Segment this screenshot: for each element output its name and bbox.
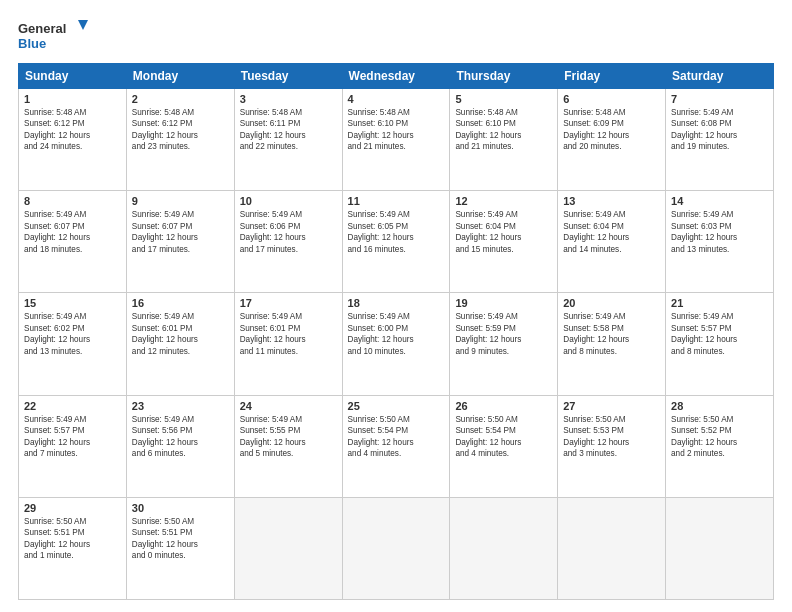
cell-details: Sunrise: 5:49 AM Sunset: 6:06 PM Dayligh… bbox=[240, 209, 337, 255]
week-row-5: 29Sunrise: 5:50 AM Sunset: 5:51 PM Dayli… bbox=[19, 497, 774, 599]
week-row-1: 1Sunrise: 5:48 AM Sunset: 6:12 PM Daylig… bbox=[19, 89, 774, 191]
day-number: 23 bbox=[132, 400, 229, 412]
calendar-cell: 25Sunrise: 5:50 AM Sunset: 5:54 PM Dayli… bbox=[342, 395, 450, 497]
cell-details: Sunrise: 5:49 AM Sunset: 6:01 PM Dayligh… bbox=[240, 311, 337, 357]
day-number: 11 bbox=[348, 195, 445, 207]
calendar-cell: 27Sunrise: 5:50 AM Sunset: 5:53 PM Dayli… bbox=[558, 395, 666, 497]
calendar-table: SundayMondayTuesdayWednesdayThursdayFrid… bbox=[18, 63, 774, 600]
day-number: 29 bbox=[24, 502, 121, 514]
day-number: 14 bbox=[671, 195, 768, 207]
cell-details: Sunrise: 5:48 AM Sunset: 6:12 PM Dayligh… bbox=[132, 107, 229, 153]
cell-details: Sunrise: 5:49 AM Sunset: 5:57 PM Dayligh… bbox=[671, 311, 768, 357]
cell-details: Sunrise: 5:49 AM Sunset: 5:58 PM Dayligh… bbox=[563, 311, 660, 357]
calendar-cell: 6Sunrise: 5:48 AM Sunset: 6:09 PM Daylig… bbox=[558, 89, 666, 191]
day-number: 24 bbox=[240, 400, 337, 412]
cell-details: Sunrise: 5:49 AM Sunset: 6:00 PM Dayligh… bbox=[348, 311, 445, 357]
day-number: 15 bbox=[24, 297, 121, 309]
calendar-cell: 8Sunrise: 5:49 AM Sunset: 6:07 PM Daylig… bbox=[19, 191, 127, 293]
calendar-cell: 12Sunrise: 5:49 AM Sunset: 6:04 PM Dayli… bbox=[450, 191, 558, 293]
cell-details: Sunrise: 5:48 AM Sunset: 6:10 PM Dayligh… bbox=[455, 107, 552, 153]
svg-marker-2 bbox=[78, 20, 88, 30]
cell-details: Sunrise: 5:49 AM Sunset: 5:55 PM Dayligh… bbox=[240, 414, 337, 460]
cell-details: Sunrise: 5:48 AM Sunset: 6:09 PM Dayligh… bbox=[563, 107, 660, 153]
calendar-cell: 18Sunrise: 5:49 AM Sunset: 6:00 PM Dayli… bbox=[342, 293, 450, 395]
cell-details: Sunrise: 5:49 AM Sunset: 6:04 PM Dayligh… bbox=[455, 209, 552, 255]
calendar-cell bbox=[234, 497, 342, 599]
cell-details: Sunrise: 5:50 AM Sunset: 5:54 PM Dayligh… bbox=[455, 414, 552, 460]
day-number: 12 bbox=[455, 195, 552, 207]
day-number: 2 bbox=[132, 93, 229, 105]
cell-details: Sunrise: 5:50 AM Sunset: 5:51 PM Dayligh… bbox=[24, 516, 121, 562]
day-number: 4 bbox=[348, 93, 445, 105]
calendar-cell bbox=[342, 497, 450, 599]
day-number: 8 bbox=[24, 195, 121, 207]
calendar-cell: 13Sunrise: 5:49 AM Sunset: 6:04 PM Dayli… bbox=[558, 191, 666, 293]
day-number: 19 bbox=[455, 297, 552, 309]
cell-details: Sunrise: 5:49 AM Sunset: 6:01 PM Dayligh… bbox=[132, 311, 229, 357]
calendar-cell: 26Sunrise: 5:50 AM Sunset: 5:54 PM Dayli… bbox=[450, 395, 558, 497]
day-number: 27 bbox=[563, 400, 660, 412]
calendar-cell: 28Sunrise: 5:50 AM Sunset: 5:52 PM Dayli… bbox=[666, 395, 774, 497]
day-number: 1 bbox=[24, 93, 121, 105]
calendar-cell: 17Sunrise: 5:49 AM Sunset: 6:01 PM Dayli… bbox=[234, 293, 342, 395]
day-header-saturday: Saturday bbox=[666, 64, 774, 89]
logo: General Blue bbox=[18, 18, 88, 53]
calendar-cell: 5Sunrise: 5:48 AM Sunset: 6:10 PM Daylig… bbox=[450, 89, 558, 191]
calendar-body: 1Sunrise: 5:48 AM Sunset: 6:12 PM Daylig… bbox=[19, 89, 774, 600]
day-number: 10 bbox=[240, 195, 337, 207]
general-blue-logo: General Blue bbox=[18, 18, 88, 53]
day-number: 3 bbox=[240, 93, 337, 105]
day-number: 13 bbox=[563, 195, 660, 207]
day-number: 16 bbox=[132, 297, 229, 309]
day-number: 6 bbox=[563, 93, 660, 105]
calendar-cell: 23Sunrise: 5:49 AM Sunset: 5:56 PM Dayli… bbox=[126, 395, 234, 497]
calendar-cell: 16Sunrise: 5:49 AM Sunset: 6:01 PM Dayli… bbox=[126, 293, 234, 395]
cell-details: Sunrise: 5:49 AM Sunset: 6:08 PM Dayligh… bbox=[671, 107, 768, 153]
header: General Blue bbox=[18, 18, 774, 53]
cell-details: Sunrise: 5:49 AM Sunset: 6:04 PM Dayligh… bbox=[563, 209, 660, 255]
day-number: 20 bbox=[563, 297, 660, 309]
svg-text:Blue: Blue bbox=[18, 36, 46, 51]
cell-details: Sunrise: 5:50 AM Sunset: 5:53 PM Dayligh… bbox=[563, 414, 660, 460]
day-number: 22 bbox=[24, 400, 121, 412]
page: General Blue SundayMondayTuesdayWednesda… bbox=[0, 0, 792, 612]
day-number: 21 bbox=[671, 297, 768, 309]
day-number: 30 bbox=[132, 502, 229, 514]
day-number: 18 bbox=[348, 297, 445, 309]
cell-details: Sunrise: 5:48 AM Sunset: 6:11 PM Dayligh… bbox=[240, 107, 337, 153]
day-header-friday: Friday bbox=[558, 64, 666, 89]
day-number: 9 bbox=[132, 195, 229, 207]
calendar-cell: 21Sunrise: 5:49 AM Sunset: 5:57 PM Dayli… bbox=[666, 293, 774, 395]
day-header-tuesday: Tuesday bbox=[234, 64, 342, 89]
calendar-cell: 3Sunrise: 5:48 AM Sunset: 6:11 PM Daylig… bbox=[234, 89, 342, 191]
calendar-cell: 24Sunrise: 5:49 AM Sunset: 5:55 PM Dayli… bbox=[234, 395, 342, 497]
calendar-cell: 1Sunrise: 5:48 AM Sunset: 6:12 PM Daylig… bbox=[19, 89, 127, 191]
svg-text:General: General bbox=[18, 21, 66, 36]
day-header-monday: Monday bbox=[126, 64, 234, 89]
day-header-thursday: Thursday bbox=[450, 64, 558, 89]
day-number: 25 bbox=[348, 400, 445, 412]
cell-details: Sunrise: 5:49 AM Sunset: 5:56 PM Dayligh… bbox=[132, 414, 229, 460]
day-header-wednesday: Wednesday bbox=[342, 64, 450, 89]
calendar-cell: 20Sunrise: 5:49 AM Sunset: 5:58 PM Dayli… bbox=[558, 293, 666, 395]
cell-details: Sunrise: 5:49 AM Sunset: 6:07 PM Dayligh… bbox=[132, 209, 229, 255]
calendar-cell: 29Sunrise: 5:50 AM Sunset: 5:51 PM Dayli… bbox=[19, 497, 127, 599]
day-number: 5 bbox=[455, 93, 552, 105]
calendar-cell: 2Sunrise: 5:48 AM Sunset: 6:12 PM Daylig… bbox=[126, 89, 234, 191]
day-number: 28 bbox=[671, 400, 768, 412]
calendar-cell: 7Sunrise: 5:49 AM Sunset: 6:08 PM Daylig… bbox=[666, 89, 774, 191]
calendar-cell: 10Sunrise: 5:49 AM Sunset: 6:06 PM Dayli… bbox=[234, 191, 342, 293]
cell-details: Sunrise: 5:50 AM Sunset: 5:52 PM Dayligh… bbox=[671, 414, 768, 460]
day-number: 17 bbox=[240, 297, 337, 309]
cell-details: Sunrise: 5:50 AM Sunset: 5:51 PM Dayligh… bbox=[132, 516, 229, 562]
calendar-header-row: SundayMondayTuesdayWednesdayThursdayFrid… bbox=[19, 64, 774, 89]
calendar-cell bbox=[666, 497, 774, 599]
calendar-cell: 14Sunrise: 5:49 AM Sunset: 6:03 PM Dayli… bbox=[666, 191, 774, 293]
calendar-cell: 15Sunrise: 5:49 AM Sunset: 6:02 PM Dayli… bbox=[19, 293, 127, 395]
calendar-cell: 30Sunrise: 5:50 AM Sunset: 5:51 PM Dayli… bbox=[126, 497, 234, 599]
day-header-sunday: Sunday bbox=[19, 64, 127, 89]
cell-details: Sunrise: 5:49 AM Sunset: 6:03 PM Dayligh… bbox=[671, 209, 768, 255]
calendar-cell: 22Sunrise: 5:49 AM Sunset: 5:57 PM Dayli… bbox=[19, 395, 127, 497]
day-number: 26 bbox=[455, 400, 552, 412]
calendar-cell: 9Sunrise: 5:49 AM Sunset: 6:07 PM Daylig… bbox=[126, 191, 234, 293]
